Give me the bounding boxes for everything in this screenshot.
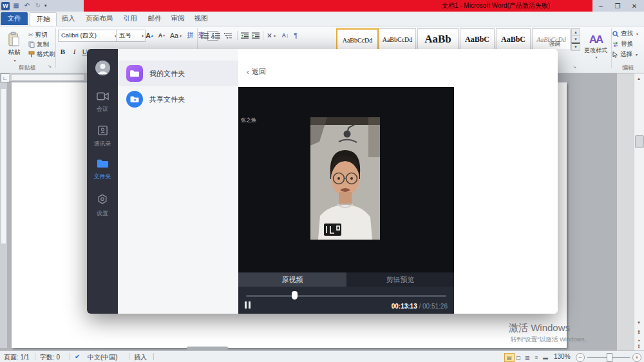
style-gallery-more-icon[interactable]: ▼ xyxy=(571,43,580,51)
change-styles-icon: AA xyxy=(589,33,603,46)
shrink-font-button[interactable]: A▼ xyxy=(156,30,167,41)
list-item-shared-folder[interactable]: 共享文件夹 xyxy=(118,86,238,112)
decrease-indent-button[interactable] xyxy=(240,30,249,41)
tab-page-layout[interactable]: 页面布局 xyxy=(81,12,117,25)
undo-icon[interactable]: ↶ xyxy=(23,0,32,12)
sidebar-item-contacts-label: 通讯录 xyxy=(87,140,118,148)
minimize-button[interactable]: – xyxy=(592,0,609,12)
format-painter-button[interactable]: 格式刷 xyxy=(28,50,55,59)
status-bar: 页面: 1/1 字数: 0 ✔ 中文(中国) 插入 ▤ ▢ ▥ ≡ ▬ 130%… xyxy=(0,350,644,362)
time-display: 00:13:13 / 00:51:26 xyxy=(392,303,448,310)
shared-folder-label: 共享文件夹 xyxy=(149,95,185,104)
qat-dropdown-icon[interactable]: ▾ xyxy=(44,3,47,8)
grow-font-button[interactable]: A▲ xyxy=(144,30,155,41)
bullet-list-button[interactable] xyxy=(200,30,210,41)
sidebar-item-contacts[interactable]: 通讯录 xyxy=(87,125,118,148)
style-normal[interactable]: AaBbCcDd xyxy=(336,28,379,52)
tab-clip-preview[interactable]: 剪辑预览 xyxy=(346,272,454,287)
sidebar-item-meeting-label: 会议 xyxy=(87,105,118,113)
asian-layout-button[interactable]: ✕▾ xyxy=(265,30,277,41)
language-indicator[interactable]: 中文(中国) xyxy=(88,353,118,362)
select-cursor-icon xyxy=(612,52,618,58)
copy-button[interactable]: 复制 xyxy=(28,40,49,49)
tab-original-video[interactable]: 原视频 xyxy=(238,272,346,287)
sidebar-item-settings[interactable]: 设置 xyxy=(87,194,118,218)
style-heading2[interactable]: AaBbC xyxy=(460,28,495,50)
draft-view-icon[interactable]: ▬ xyxy=(540,353,551,362)
my-folder-label: 我的文件夹 xyxy=(149,69,185,79)
zoom-out-icon[interactable]: – xyxy=(576,353,585,362)
list-item-my-folder[interactable]: 我的文件夹 xyxy=(118,61,238,86)
speaker-name: 张之焕 xyxy=(241,117,256,124)
avatar[interactable] xyxy=(95,61,110,75)
pause-icon xyxy=(245,301,247,309)
styles-dialog-launcher-icon[interactable]: ↘ xyxy=(573,64,576,70)
window-controls: – ❐ ✕ xyxy=(592,0,644,12)
tab-home[interactable]: 开始 xyxy=(30,12,57,26)
find-button[interactable]: 查找 ▾ xyxy=(612,30,638,38)
previous-page-icon[interactable]: ▲▲ xyxy=(634,327,643,336)
show-marks-button[interactable]: ¶ xyxy=(291,30,300,41)
phonetic-guide-icon[interactable]: 拼 xyxy=(185,30,195,41)
scroll-down-icon[interactable]: ▼ xyxy=(634,318,643,327)
sidebar-item-meeting[interactable]: 会议 xyxy=(87,91,118,113)
cut-button[interactable]: ✂ 剪切 xyxy=(28,30,48,39)
back-button[interactable]: ‹ 返回 xyxy=(247,67,266,77)
zoom-slider-thumb[interactable] xyxy=(607,353,612,362)
select-button[interactable]: 选择 ▾ xyxy=(612,50,638,59)
tab-review[interactable]: 审阅 xyxy=(166,12,189,25)
format-painter-label: 格式刷 xyxy=(37,50,55,59)
tab-insert[interactable]: 插入 xyxy=(57,12,80,25)
pause-button[interactable] xyxy=(245,301,251,309)
spellcheck-icon[interactable]: ✔ xyxy=(75,353,80,360)
tab-selector[interactable]: ∟ xyxy=(1,73,10,82)
style-no-spacing[interactable]: AaBbCcDd xyxy=(379,28,416,50)
font-size-combo[interactable]: 五号 ▾ xyxy=(116,30,146,42)
insert-mode[interactable]: 插入 xyxy=(134,353,147,362)
close-button[interactable]: ✕ xyxy=(626,0,643,12)
save-icon[interactable]: ▦ xyxy=(12,0,21,12)
font-family-combo[interactable]: Calibri (西文) ▾ xyxy=(58,30,118,42)
replace-button[interactable]: 替换 xyxy=(612,40,633,48)
seek-bar[interactable] xyxy=(246,295,446,297)
word-logo-icon[interactable]: W xyxy=(1,2,10,10)
style-title[interactable]: AaBbC xyxy=(496,28,531,50)
increase-indent-button[interactable] xyxy=(251,30,260,41)
multilevel-list-button[interactable] xyxy=(223,30,233,41)
horizontal-scrollbar-thumb[interactable] xyxy=(187,347,228,350)
scroll-up-icon[interactable]: ▲ xyxy=(634,74,643,82)
page-count[interactable]: 页面: 1/1 xyxy=(4,353,29,362)
numbered-list-button[interactable] xyxy=(211,30,222,41)
redo-icon[interactable]: ↻ xyxy=(33,0,43,12)
sidebar-item-folders[interactable]: 文件夹 xyxy=(87,158,118,181)
maximize-button[interactable]: ❐ xyxy=(609,0,626,12)
tab-file[interactable]: 文件 xyxy=(1,12,28,25)
change-case-button[interactable]: Aa▾ xyxy=(169,30,182,41)
change-styles-button[interactable]: AA 更改样式 ▾ xyxy=(582,28,610,64)
word-count[interactable]: 字数: 0 xyxy=(40,353,60,362)
vertical-scrollbar[interactable] xyxy=(634,73,644,350)
decrease-indent-icon xyxy=(241,32,249,39)
tab-mailings[interactable]: 邮件 xyxy=(143,12,166,25)
paste-button[interactable]: 粘贴 ▾ xyxy=(3,28,26,66)
video-player[interactable]: 张之焕 xyxy=(238,87,454,272)
find-label: 查找 xyxy=(621,30,633,38)
next-page-icon[interactable]: ▼▼ xyxy=(634,342,643,350)
tab-view[interactable]: 视图 xyxy=(189,12,213,25)
vertical-ruler[interactable] xyxy=(0,82,7,348)
bold-button[interactable]: B xyxy=(58,48,68,55)
change-styles-label: 更改样式 xyxy=(584,46,607,55)
style-heading1[interactable]: AaBb xyxy=(417,28,459,50)
scrollbar-thumb[interactable] xyxy=(635,135,644,148)
tab-references[interactable]: 引用 xyxy=(118,12,142,25)
asian-layout-icon: ✕ xyxy=(267,32,272,39)
change-case-dropdown-icon: ▾ xyxy=(180,33,182,38)
zoom-in-icon[interactable]: + xyxy=(632,353,641,362)
font-family-value: Calibri (西文) xyxy=(61,32,97,40)
sort-button[interactable]: A↓ xyxy=(279,30,291,41)
seek-handle[interactable] xyxy=(292,291,298,300)
horizontal-ruler[interactable] xyxy=(9,73,87,81)
zoom-level[interactable]: 130% xyxy=(554,353,571,360)
italic-button[interactable]: I xyxy=(70,48,79,55)
clipboard-dialog-launcher-icon[interactable]: ↘ xyxy=(48,64,52,69)
